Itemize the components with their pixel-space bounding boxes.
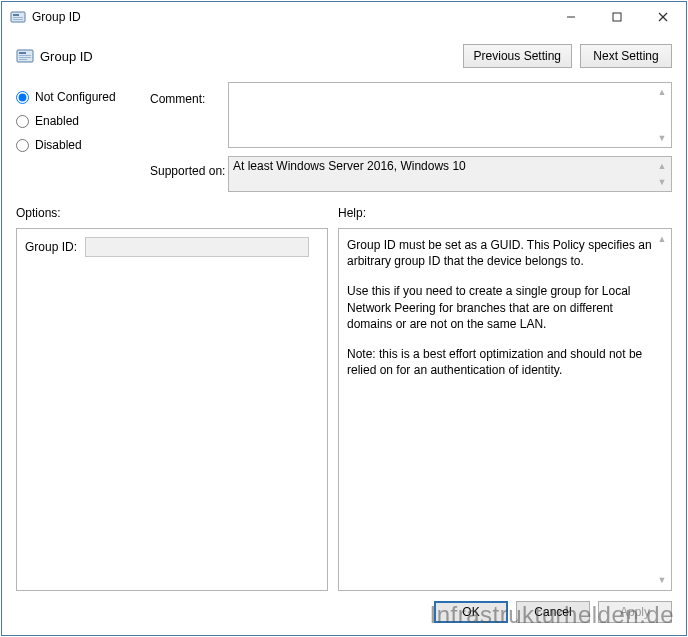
- maximize-button[interactable]: [594, 2, 640, 32]
- svg-rect-11: [19, 57, 31, 58]
- header-row: Group ID Previous Setting Next Setting: [2, 32, 686, 76]
- help-pane: Group ID must be set as a GUID. This Pol…: [338, 228, 672, 591]
- scroll-down-icon: ▼: [654, 174, 670, 190]
- dialog-window: Group ID Group ID Previous Setting: [1, 1, 687, 636]
- window-controls: [548, 2, 686, 32]
- radio-disabled[interactable]: Disabled: [16, 138, 150, 152]
- svg-rect-9: [19, 52, 26, 54]
- ok-button[interactable]: OK: [434, 601, 508, 623]
- svg-rect-1: [13, 14, 19, 16]
- minimize-button[interactable]: [548, 2, 594, 32]
- field-labels-col: Comment: Supported on:: [150, 82, 228, 192]
- help-paragraph: Note: this is a best effort optimization…: [347, 346, 653, 378]
- footer: OK Cancel Apply: [2, 591, 686, 635]
- options-heading: Options:: [16, 206, 338, 220]
- field-inputs-col: ▲ ▼ At least Windows Server 2016, Window…: [228, 82, 672, 192]
- supported-on-label: Supported on:: [150, 154, 228, 178]
- policy-icon: [16, 48, 34, 64]
- radio-label: Enabled: [35, 114, 79, 128]
- panes: Group ID: Group ID must be set as a GUID…: [2, 228, 686, 591]
- help-heading: Help:: [338, 206, 366, 220]
- window-title: Group ID: [32, 10, 548, 24]
- radio-not-configured-input[interactable]: [16, 91, 29, 104]
- scroll-up-icon: ▲: [654, 231, 670, 247]
- cancel-button[interactable]: Cancel: [516, 601, 590, 623]
- help-text: Group ID must be set as a GUID. This Pol…: [347, 237, 653, 378]
- options-pane: Group ID:: [16, 228, 328, 591]
- option-row-groupid: Group ID:: [25, 237, 309, 257]
- radio-enabled-input[interactable]: [16, 115, 29, 128]
- radio-disabled-input[interactable]: [16, 139, 29, 152]
- supported-on-field: At least Windows Server 2016, Windows 10…: [228, 156, 672, 192]
- state-radio-group: Not Configured Enabled Disabled: [16, 82, 150, 192]
- svg-rect-12: [19, 59, 27, 60]
- svg-rect-5: [613, 13, 621, 21]
- svg-rect-3: [13, 19, 23, 20]
- close-button[interactable]: [640, 2, 686, 32]
- previous-setting-button[interactable]: Previous Setting: [463, 44, 572, 68]
- comment-textarea[interactable]: ▲ ▼: [228, 82, 672, 148]
- help-paragraph: Use this if you need to create a single …: [347, 283, 653, 332]
- next-setting-button[interactable]: Next Setting: [580, 44, 672, 68]
- svg-rect-2: [13, 17, 23, 18]
- scroll-down-icon: ▼: [654, 572, 670, 588]
- policy-icon: [10, 9, 26, 25]
- options-help-labels: Options: Help:: [2, 202, 686, 228]
- radio-enabled[interactable]: Enabled: [16, 114, 150, 128]
- supported-on-value: At least Windows Server 2016, Windows 10: [233, 159, 466, 173]
- scroll-up-icon: ▲: [654, 158, 670, 174]
- scroll-up-icon: ▲: [654, 84, 670, 100]
- scroll-down-icon: ▼: [654, 130, 670, 146]
- radio-label: Disabled: [35, 138, 82, 152]
- comment-label: Comment:: [150, 90, 228, 154]
- page-title: Group ID: [40, 49, 455, 64]
- titlebar: Group ID: [2, 2, 686, 32]
- radio-not-configured[interactable]: Not Configured: [16, 90, 150, 104]
- help-paragraph: Group ID must be set as a GUID. This Pol…: [347, 237, 653, 269]
- groupid-label: Group ID:: [25, 239, 77, 255]
- apply-button[interactable]: Apply: [598, 601, 672, 623]
- groupid-input[interactable]: [85, 237, 309, 257]
- svg-rect-10: [19, 55, 31, 56]
- config-area: Not Configured Enabled Disabled Comment:…: [2, 76, 686, 202]
- radio-label: Not Configured: [35, 90, 116, 104]
